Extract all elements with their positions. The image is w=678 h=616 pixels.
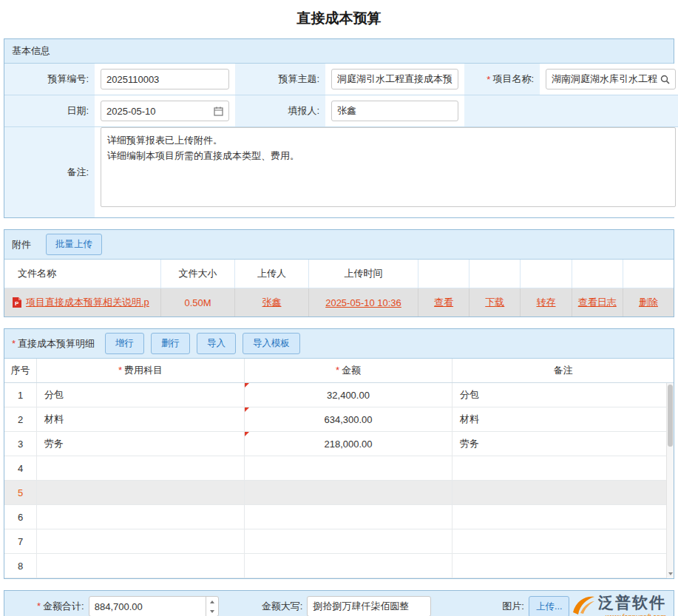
svg-text:P: P [15, 300, 19, 307]
uploader-cell: 张鑫 [235, 288, 309, 317]
amount-words-input[interactable]: 捌拾捌万肆仟柒佰圆整 [307, 596, 431, 616]
required-mark: * [336, 365, 339, 376]
vertical-scrollbar[interactable] [666, 383, 674, 578]
subject-cell[interactable] [37, 505, 245, 529]
import-template-button[interactable]: 导入模板 [243, 333, 300, 354]
basic-info-grid: 预算编号: 2025110003 预算主题: 洞庭湖引水工程直接成本预 *项目名… [4, 64, 674, 217]
col-uploader: 上传人 [235, 260, 309, 288]
budget-no-value: 2025110003 [106, 74, 223, 85]
search-icon[interactable] [660, 75, 670, 84]
scrollbar-down-button[interactable] [667, 569, 674, 578]
empty-cell [464, 95, 678, 127]
reporter-input[interactable]: 张鑫 [331, 101, 458, 121]
total-amount-value: 884,700.00 [95, 601, 206, 612]
page: 直接成本预算 基本信息 预算编号: 2025110003 预算主题: 洞庭湖引水… [0, 0, 678, 616]
batch-upload-button[interactable]: 批量上传 [46, 234, 102, 255]
col-action [469, 260, 521, 288]
attachments-table-header: 文件名称 文件大小 上传人 上传时间 [4, 260, 674, 288]
amount-cell[interactable] [245, 529, 452, 553]
attachment-row: P 项目直接成本预算相关说明.p 0.50M 张鑫 2025-05-10 10:… [4, 288, 674, 317]
subject-cell[interactable] [37, 456, 245, 480]
note-cell[interactable] [452, 554, 674, 578]
note-cell[interactable]: 材料 [452, 407, 674, 431]
table-row: 8 [4, 554, 674, 578]
logo-text: 泛普软件 [598, 594, 666, 611]
remark-textarea[interactable]: 详细预算报表已上传附件。 详细编制本项目所需的直接成本类型、费用。 [101, 127, 676, 207]
spinner-down-icon[interactable] [206, 606, 218, 616]
note-cell[interactable] [452, 505, 674, 529]
delete-link[interactable]: 删除 [639, 296, 658, 309]
project-name-value: 湖南洞庭湖水库引水工程 [552, 72, 657, 86]
detail-toolbar: *直接成本预算明细 增行 删行 导入 导入模板 [4, 329, 674, 359]
date-value: 2025-05-10 [106, 106, 211, 117]
uploader-link: 张鑫 [262, 296, 282, 309]
seq-cell: 2 [4, 407, 37, 431]
label-text: 日期: [67, 104, 89, 118]
delete-row-button[interactable]: 删行 [151, 333, 190, 354]
subject-cell[interactable]: 材料 [37, 407, 245, 431]
amount-cell[interactable] [245, 554, 452, 578]
reporter-value: 张鑫 [337, 104, 452, 118]
action-cell: 查看日志 [572, 288, 623, 317]
spinner-up-icon[interactable] [206, 597, 218, 606]
import-button[interactable]: 导入 [197, 333, 236, 354]
budget-no-input[interactable]: 2025110003 [101, 69, 229, 89]
scrollbar-thumb[interactable] [668, 385, 673, 447]
amount-cell[interactable] [245, 505, 452, 529]
note-cell[interactable] [452, 529, 674, 553]
note-cell[interactable]: 劳务 [452, 432, 674, 456]
basic-info-header: 基本信息 [4, 39, 674, 64]
calendar-icon[interactable] [214, 106, 223, 116]
amount-cell[interactable]: 32,400.00 [245, 383, 452, 407]
note-cell[interactable] [452, 456, 674, 480]
view-link[interactable]: 查看 [434, 296, 453, 309]
detail-table-body: 1 分包 32,400.00 分包 2 材料 634,300.00 材料 3 劳… [4, 383, 674, 578]
table-row: 7 [4, 529, 674, 554]
seq-cell: 1 [4, 383, 37, 407]
file-name-link[interactable]: 项目直接成本预算相关说明.p [26, 296, 149, 309]
budget-no-label: 预算编号: [4, 64, 95, 95]
date-input[interactable]: 2025-05-10 [101, 101, 229, 121]
reporter-cell: 张鑫 [325, 95, 464, 127]
note-cell[interactable] [452, 481, 674, 504]
remark-cell: 详细预算报表已上传附件。 详细编制本项目所需的直接成本类型、费用。 [95, 127, 678, 217]
seq-cell: 3 [4, 432, 37, 456]
logo-site-url: www.fanpusoft.com [606, 612, 666, 616]
file-size-cell: 0.50M [161, 288, 235, 317]
view-log-link[interactable]: 查看日志 [578, 296, 617, 309]
note-cell[interactable]: 分包 [452, 383, 674, 407]
add-row-button[interactable]: 增行 [105, 333, 144, 354]
col-file-size: 文件大小 [161, 260, 235, 288]
subject-cell[interactable]: 分包 [37, 383, 245, 407]
image-upload-button[interactable]: 上传... [529, 596, 569, 616]
total-amount-input[interactable]: 884,700.00 [89, 596, 219, 616]
download-link[interactable]: 下载 [485, 296, 504, 309]
basic-info-section: 基本信息 预算编号: 2025110003 预算主题: 洞庭湖引水工程直接成本预… [4, 38, 674, 218]
subject-input[interactable]: 洞庭湖引水工程直接成本预 [331, 69, 458, 89]
footer-bar: *金额合计: 884,700.00 金额大写: 捌拾捌万肆仟柒佰圆整 图片: 上… [4, 590, 674, 616]
action-cell: 转存 [521, 288, 572, 317]
attachments-table: 文件名称 文件大小 上传人 上传时间 P 项目直接成本预算相关说明.p 0.50… [4, 260, 674, 317]
amount-cell[interactable]: 218,000.00 [245, 432, 452, 456]
subject-cell[interactable] [37, 529, 245, 553]
amount-cell[interactable] [245, 481, 452, 504]
project-name-input[interactable]: 湖南洞庭湖水库引水工程 [546, 69, 676, 89]
col-action [623, 260, 674, 288]
subject-cell[interactable]: 劳务 [37, 432, 245, 456]
date-cell: 2025-05-10 [95, 95, 235, 127]
amount-words-label: 金额大写: [262, 600, 303, 613]
table-row: 1 分包 32,400.00 分包 [4, 383, 674, 407]
subject-cell[interactable] [37, 554, 245, 578]
save-as-link[interactable]: 转存 [537, 296, 556, 309]
logo-text-wrap: 泛普软件 www.fanpusoft.com [598, 595, 666, 616]
required-mark: * [37, 600, 41, 612]
page-title: 直接成本预算 [4, 0, 674, 38]
col-seq: 序号 [4, 359, 37, 382]
subject-cell[interactable] [37, 481, 245, 504]
amount-cell[interactable] [245, 456, 452, 480]
col-action [418, 260, 469, 288]
seq-cell: 5 [4, 481, 37, 504]
amount-cell[interactable]: 634,300.00 [245, 407, 452, 431]
seq-cell: 8 [4, 554, 37, 578]
subject-value: 洞庭湖引水工程直接成本预 [337, 72, 452, 86]
